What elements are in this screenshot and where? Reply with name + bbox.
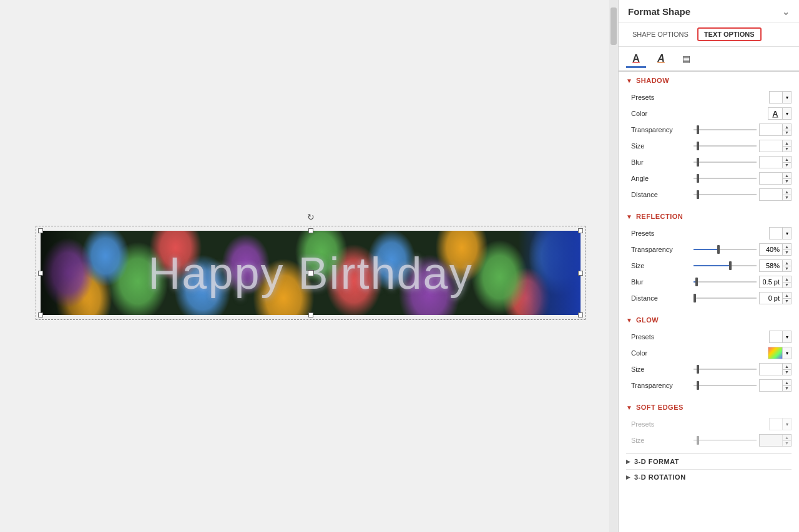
shadow-transparency-value[interactable]: ▲ ▼ xyxy=(759,123,792,136)
shadow-transparency-up[interactable]: ▲ xyxy=(783,124,791,130)
handle-mr[interactable] xyxy=(578,271,583,276)
reflection-size-slider[interactable] xyxy=(694,261,757,271)
reflection-blur-slider[interactable] xyxy=(694,277,757,287)
shadow-distance-up[interactable]: ▲ xyxy=(783,189,791,195)
soft-edges-size-up[interactable]: ▲ xyxy=(783,435,791,441)
handle-tm[interactable] xyxy=(308,228,313,233)
glow-color-button[interactable]: ▾ xyxy=(768,347,792,359)
3d-rotation-section[interactable]: ▶ 3-D ROTATION xyxy=(619,470,799,485)
reflection-section-header[interactable]: ▼ REFLECTION xyxy=(619,208,799,224)
handle-tr[interactable] xyxy=(578,228,583,233)
text-box-tab[interactable]: ▤ xyxy=(676,51,696,68)
shadow-angle-down[interactable]: ▼ xyxy=(783,179,791,185)
reflection-distance-slider[interactable] xyxy=(694,293,757,303)
glow-size-value[interactable]: ▲ ▼ xyxy=(759,363,792,375)
shadow-size-spinner[interactable]: ▲ ▼ xyxy=(782,140,791,152)
shadow-angle-up[interactable]: ▲ xyxy=(783,173,791,179)
glow-size-spinner[interactable]: ▲ ▼ xyxy=(782,364,791,375)
shadow-preset-dropdown[interactable]: ▾ xyxy=(783,91,792,104)
reflection-distance-value[interactable]: 0 pt ▲ ▼ xyxy=(759,292,792,304)
shadow-size-down[interactable]: ▼ xyxy=(783,147,791,152)
shape-options-tab[interactable]: SHAPE OPTIONS xyxy=(626,28,695,41)
reflection-blur-up[interactable]: ▲ xyxy=(783,276,791,283)
shadow-transparency-spinner[interactable]: ▲ ▼ xyxy=(782,124,791,135)
shadow-angle-value[interactable]: ▲ ▼ xyxy=(759,172,792,185)
shadow-distance-spinner[interactable]: ▲ ▼ xyxy=(782,189,791,200)
text-color-tab[interactable]: A xyxy=(626,51,646,68)
soft-edges-section-header[interactable]: ▼ SOFT EDGES xyxy=(619,399,799,415)
reflection-size-down[interactable]: ▼ xyxy=(783,266,791,272)
shadow-blur-spinner[interactable]: ▲ ▼ xyxy=(782,157,791,168)
rotate-handle[interactable]: ↻ xyxy=(306,212,316,222)
soft-edges-size-slider[interactable] xyxy=(694,435,757,445)
glow-transparency-down[interactable]: ▼ xyxy=(783,386,791,392)
reflection-blur-value[interactable]: 0.5 pt ▲ ▼ xyxy=(759,276,792,288)
glow-size-up[interactable]: ▲ xyxy=(783,364,791,370)
shadow-transparency-slider[interactable] xyxy=(694,125,757,135)
reflection-transparency-up[interactable]: ▲ xyxy=(783,244,791,250)
shadow-angle-slider[interactable] xyxy=(694,173,757,183)
shadow-size-row: Size ▲ ▼ xyxy=(631,138,792,154)
shadow-color-button[interactable]: A ▾ xyxy=(768,107,792,120)
panel-close-button[interactable]: ⌄ xyxy=(782,7,790,17)
reflection-transparency-slider[interactable] xyxy=(694,244,757,254)
shadow-distance-label: Distance xyxy=(631,191,694,198)
reflection-size-value[interactable]: 58% ▲ ▼ xyxy=(759,259,792,272)
soft-edges-size-value[interactable]: ▲ ▼ xyxy=(759,434,792,447)
shadow-transparency-row: Transparency ▲ ▼ xyxy=(631,122,792,138)
shadow-size-value[interactable]: ▲ ▼ xyxy=(759,140,792,152)
handle-br[interactable] xyxy=(578,312,583,317)
reflection-distance-spinner[interactable]: ▲ ▼ xyxy=(782,293,791,304)
reflection-distance-up[interactable]: ▲ xyxy=(783,293,791,299)
glow-transparency-up[interactable]: ▲ xyxy=(783,380,791,386)
reflection-transparency-value[interactable]: 40% ▲ ▼ xyxy=(759,243,792,256)
shadow-distance-down[interactable]: ▼ xyxy=(783,195,791,201)
glow-section-header[interactable]: ▼ GLOW xyxy=(619,311,799,327)
reflection-distance-down[interactable]: ▼ xyxy=(783,299,791,304)
glow-color-dropdown[interactable]: ▾ xyxy=(783,347,792,359)
shadow-blur-value[interactable]: ▲ ▼ xyxy=(759,156,792,168)
shadow-presets-button[interactable]: ▾ xyxy=(769,91,792,104)
shadow-blur-up[interactable]: ▲ xyxy=(783,157,791,163)
canvas-scrollbar[interactable] xyxy=(609,0,618,532)
reflection-transparency-spinner[interactable]: ▲ ▼ xyxy=(782,244,791,255)
glow-presets-button[interactable]: ▾ xyxy=(769,331,792,343)
handle-tl[interactable] xyxy=(38,228,43,233)
glow-size-slider[interactable] xyxy=(694,364,757,374)
soft-edges-presets-button[interactable]: ▾ xyxy=(769,418,792,430)
reflection-size-up[interactable]: ▲ xyxy=(783,260,791,266)
glow-preset-dropdown[interactable]: ▾ xyxy=(783,331,792,343)
shadow-transparency-down[interactable]: ▼ xyxy=(783,130,791,136)
handle-bm[interactable] xyxy=(308,312,313,317)
3d-format-section[interactable]: ▶ 3-D FORMAT xyxy=(619,454,799,469)
shadow-blur-slider[interactable] xyxy=(694,157,757,167)
shadow-size-slider[interactable] xyxy=(694,141,757,151)
soft-edges-size-spinner[interactable]: ▲ ▼ xyxy=(782,435,791,446)
shadow-blur-down[interactable]: ▼ xyxy=(783,163,791,168)
shadow-distance-slider[interactable] xyxy=(694,190,757,200)
soft-edges-size-down[interactable]: ▼ xyxy=(783,441,791,447)
glow-transparency-slider[interactable] xyxy=(694,380,757,390)
shadow-color-dropdown[interactable]: ▾ xyxy=(783,107,792,120)
reflection-preset-dropdown[interactable]: ▾ xyxy=(783,227,792,239)
shadow-angle-spinner[interactable]: ▲ ▼ xyxy=(782,173,791,184)
banner-selection-container[interactable]: Happy Birthday ↻ xyxy=(41,231,581,315)
scrollbar-thumb[interactable] xyxy=(610,7,617,45)
handle-ml[interactable] xyxy=(38,271,43,276)
soft-edges-preset-dropdown[interactable]: ▾ xyxy=(783,418,792,430)
reflection-transparency-down[interactable]: ▼ xyxy=(783,250,791,256)
shadow-size-up[interactable]: ▲ xyxy=(783,140,791,147)
shadow-distance-value[interactable]: ▲ ▼ xyxy=(759,188,792,201)
glow-transparency-spinner[interactable]: ▲ ▼ xyxy=(782,380,791,391)
reflection-presets-button[interactable]: ▾ xyxy=(769,227,792,239)
center-handle[interactable] xyxy=(308,270,314,276)
reflection-blur-down[interactable]: ▼ xyxy=(783,283,791,288)
glow-size-down[interactable]: ▼ xyxy=(783,370,791,375)
reflection-blur-spinner[interactable]: ▲ ▼ xyxy=(782,276,791,288)
reflection-size-spinner[interactable]: ▲ ▼ xyxy=(782,260,791,271)
handle-bl[interactable] xyxy=(38,312,43,317)
text-fill-tab[interactable]: A xyxy=(651,51,671,68)
glow-transparency-value[interactable]: ▲ ▼ xyxy=(759,379,792,392)
shadow-section-header[interactable]: ▼ SHADOW xyxy=(619,72,799,88)
text-options-tab[interactable]: TEXT OPTIONS xyxy=(697,27,762,41)
